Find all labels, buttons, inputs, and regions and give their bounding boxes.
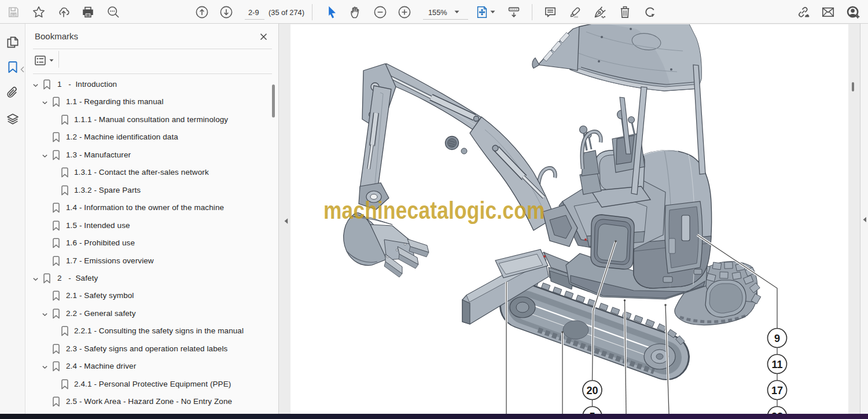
- svg-text:17: 17: [771, 385, 783, 396]
- svg-text:20: 20: [586, 385, 598, 396]
- svg-text:9: 9: [774, 333, 780, 344]
- svg-text:11: 11: [771, 359, 782, 370]
- svg-text:machinecatalogic.com: machinecatalogic.com: [323, 197, 545, 223]
